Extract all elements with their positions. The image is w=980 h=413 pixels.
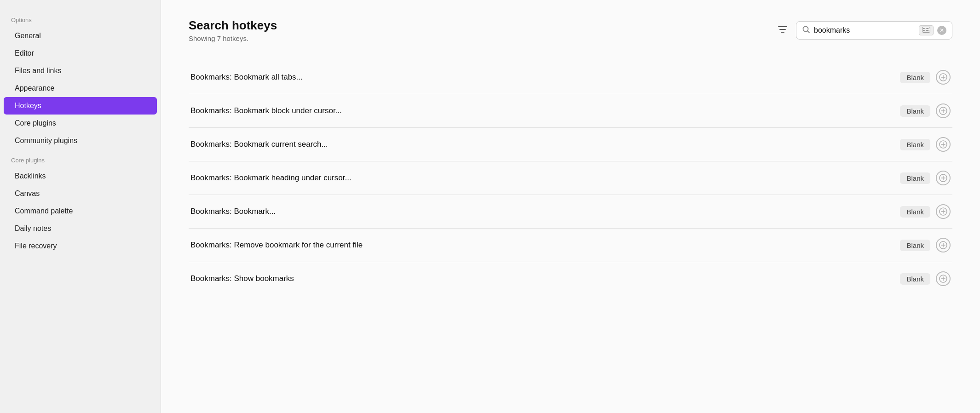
svg-rect-10 <box>926 30 928 31</box>
hotkey-list: Bookmarks: Bookmark all tabs... Blank Bo… <box>189 61 952 295</box>
sidebar-item-backlinks-label: Backlinks <box>15 172 46 180</box>
keyboard-icon <box>919 25 934 35</box>
page-title: Search hotkeys <box>189 18 277 33</box>
hotkey-label: Bookmarks: Remove bookmark for the curre… <box>190 241 363 250</box>
sidebar-item-canvas-label: Canvas <box>15 189 40 198</box>
blank-badge: Blank <box>900 72 930 83</box>
hotkey-label: Bookmarks: Show bookmarks <box>190 274 294 283</box>
blank-badge: Blank <box>900 105 930 117</box>
sidebar-item-general-label: General <box>15 32 41 40</box>
sidebar-item-hotkeys-label: Hotkeys <box>15 102 41 110</box>
add-hotkey-button[interactable] <box>936 70 951 85</box>
blank-badge: Blank <box>900 240 930 251</box>
hotkey-label: Bookmarks: Bookmark... <box>190 207 276 216</box>
sidebar-item-appearance-label: Appearance <box>15 84 54 92</box>
add-hotkey-button[interactable] <box>936 103 951 118</box>
sidebar-item-daily-notes-label: Daily notes <box>15 224 51 233</box>
sidebar-item-file-recovery[interactable]: File recovery <box>4 237 157 255</box>
blank-badge: Blank <box>900 139 930 150</box>
sidebar-item-files-and-links[interactable]: Files and links <box>4 62 157 80</box>
hotkey-row: Bookmarks: Show bookmarks Blank <box>189 262 952 295</box>
sidebar-item-appearance[interactable]: Appearance <box>4 80 157 97</box>
sidebar-item-community-plugins-label: Community plugins <box>15 137 77 145</box>
sidebar-item-file-recovery-label: File recovery <box>15 242 57 250</box>
filter-icon[interactable] <box>775 22 790 40</box>
hotkey-right: Blank <box>900 137 951 152</box>
search-box: ✕ <box>796 21 952 40</box>
blank-badge: Blank <box>900 273 930 285</box>
hotkey-row: Bookmarks: Bookmark all tabs... Blank <box>189 61 952 94</box>
svg-rect-2 <box>922 27 930 33</box>
main-header-left: Search hotkeys Showing 7 hotkeys. <box>189 18 277 42</box>
svg-rect-5 <box>926 28 927 29</box>
hotkey-right: Blank <box>900 171 951 185</box>
hotkey-label: Bookmarks: Bookmark block under cursor..… <box>190 106 342 115</box>
page-subtitle: Showing 7 hotkeys. <box>189 34 277 42</box>
add-hotkey-button[interactable] <box>936 238 951 252</box>
sidebar-item-hotkeys[interactable]: Hotkeys <box>4 97 157 115</box>
add-hotkey-button[interactable] <box>936 137 951 152</box>
add-hotkey-button[interactable] <box>936 171 951 185</box>
hotkey-row: Bookmarks: Remove bookmark for the curre… <box>189 229 952 262</box>
sidebar-item-general[interactable]: General <box>4 27 157 45</box>
sidebar-item-community-plugins[interactable]: Community plugins <box>4 132 157 149</box>
blank-badge: Blank <box>900 172 930 184</box>
core-plugins-section-label: Core plugins <box>0 149 161 167</box>
hotkey-right: Blank <box>900 238 951 252</box>
hotkey-row: Bookmarks: Bookmark... Blank <box>189 195 952 229</box>
add-hotkey-button[interactable] <box>936 271 951 286</box>
hotkey-row: Bookmarks: Bookmark heading under cursor… <box>189 161 952 195</box>
svg-rect-7 <box>928 28 929 29</box>
svg-line-1 <box>808 31 810 33</box>
svg-rect-3 <box>923 28 924 29</box>
add-hotkey-button[interactable] <box>936 204 951 219</box>
hotkey-row: Bookmarks: Bookmark current search... Bl… <box>189 128 952 161</box>
sidebar-item-core-plugins[interactable]: Core plugins <box>4 115 157 132</box>
hotkey-right: Blank <box>900 271 951 286</box>
search-input[interactable] <box>814 26 915 34</box>
svg-rect-4 <box>924 28 925 29</box>
hotkey-right: Blank <box>900 103 951 118</box>
blank-badge: Blank <box>900 206 930 218</box>
svg-rect-8 <box>923 30 924 31</box>
svg-point-0 <box>803 27 808 32</box>
hotkey-label: Bookmarks: Bookmark current search... <box>190 140 328 149</box>
hotkey-row: Bookmarks: Bookmark block under cursor..… <box>189 94 952 128</box>
main-content: Search hotkeys Showing 7 hotkeys. <box>161 0 980 413</box>
hotkey-right: Blank <box>900 70 951 85</box>
svg-rect-6 <box>927 28 928 29</box>
sidebar-item-editor-label: Editor <box>15 49 34 57</box>
header-right: ✕ <box>775 21 952 40</box>
sidebar: Options General Editor Files and links A… <box>0 0 161 413</box>
hotkey-label: Bookmarks: Bookmark heading under cursor… <box>190 173 352 183</box>
search-icon <box>802 25 810 35</box>
svg-rect-9 <box>924 30 925 31</box>
options-section-label: Options <box>0 9 161 27</box>
sidebar-item-files-links-label: Files and links <box>15 67 61 75</box>
clear-icon[interactable]: ✕ <box>937 26 946 35</box>
sidebar-item-core-plugins-label: Core plugins <box>15 119 56 127</box>
sidebar-item-command-palette[interactable]: Command palette <box>4 202 157 220</box>
sidebar-item-editor[interactable]: Editor <box>4 45 157 62</box>
hotkey-right: Blank <box>900 204 951 219</box>
main-header: Search hotkeys Showing 7 hotkeys. <box>189 18 952 42</box>
sidebar-item-canvas[interactable]: Canvas <box>4 185 157 202</box>
svg-rect-11 <box>928 30 929 31</box>
sidebar-item-backlinks[interactable]: Backlinks <box>4 167 157 185</box>
hotkey-label: Bookmarks: Bookmark all tabs... <box>190 73 303 82</box>
sidebar-item-command-palette-label: Command palette <box>15 207 73 215</box>
sidebar-item-daily-notes[interactable]: Daily notes <box>4 220 157 237</box>
